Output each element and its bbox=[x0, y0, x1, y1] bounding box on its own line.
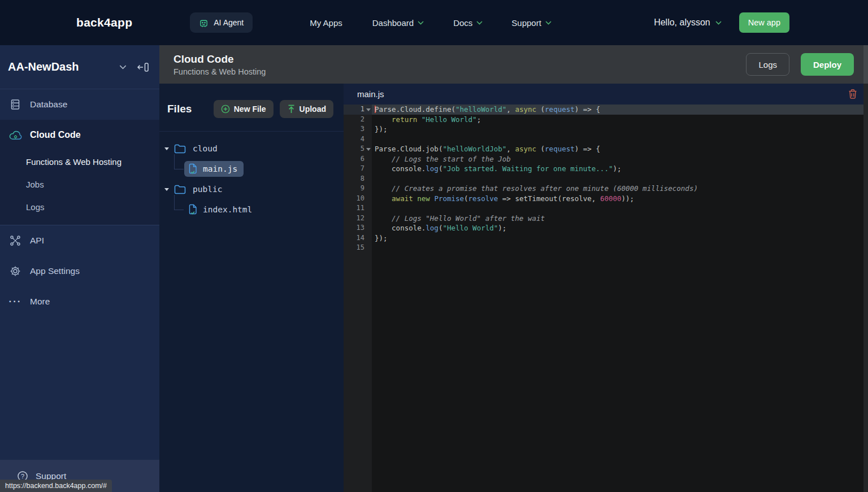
sidebar-item-more[interactable]: ··· More bbox=[0, 286, 159, 317]
line-number[interactable]: 3 bbox=[344, 124, 372, 134]
chevron-down-icon bbox=[476, 21, 483, 25]
sidebar-item-api[interactable]: API bbox=[0, 225, 159, 256]
trash-icon[interactable] bbox=[848, 89, 857, 99]
selected-file[interactable]: main.js bbox=[184, 161, 244, 177]
sidebar-subitem-logs[interactable]: Logs bbox=[0, 195, 159, 218]
open-file-name: main.js bbox=[357, 89, 384, 99]
code-lines[interactable]: 1Parse.Cloud.define("helloWorld", async … bbox=[344, 105, 868, 492]
nav-dashboard[interactable]: Dashboard bbox=[372, 18, 424, 28]
files-header: Files New File bbox=[159, 84, 344, 132]
line-number[interactable]: 10 bbox=[344, 194, 372, 204]
line-number[interactable]: 13 bbox=[344, 223, 372, 233]
editor-tabbar: main.js bbox=[344, 84, 868, 105]
database-icon bbox=[8, 99, 22, 110]
fold-icon[interactable] bbox=[366, 148, 371, 151]
chevron-down-icon[interactable] bbox=[119, 65, 127, 69]
chevron-down-icon bbox=[545, 21, 552, 25]
scrollbar-track[interactable] bbox=[863, 45, 868, 84]
api-icon bbox=[8, 235, 22, 246]
logs-button[interactable]: Logs bbox=[746, 53, 789, 76]
tree-folder-public[interactable]: public bbox=[159, 179, 344, 199]
ai-agent-button[interactable]: AI Agent bbox=[190, 12, 253, 33]
page-subtitle: Functions & Web Hosting bbox=[173, 67, 266, 76]
code-line[interactable]: 14}); bbox=[344, 233, 868, 243]
expand-arrow-icon[interactable] bbox=[164, 188, 169, 191]
line-number[interactable]: 8 bbox=[344, 174, 372, 184]
app-selector[interactable]: AA-NewDash bbox=[0, 45, 159, 89]
gear-icon bbox=[8, 265, 22, 277]
sidebar-item-cloud-code[interactable]: Cloud Code bbox=[0, 120, 159, 150]
main-area: Cloud Code Functions & Web Hosting Logs … bbox=[159, 45, 868, 492]
chevron-down-icon bbox=[715, 21, 722, 25]
code-line[interactable]: 10await new Promise(resolve => setTimeou… bbox=[344, 194, 868, 204]
line-number[interactable]: 2 bbox=[344, 115, 372, 125]
chevron-down-icon bbox=[418, 21, 424, 25]
cloud-code-section: Cloud Code Functions & Web Hosting Jobs … bbox=[0, 120, 159, 225]
code-line[interactable]: 8 bbox=[344, 174, 868, 184]
code-line[interactable]: 13console.log("Hello World"); bbox=[344, 223, 868, 233]
page-header: Cloud Code Functions & Web Hosting Logs … bbox=[159, 45, 868, 84]
code-line[interactable]: 6// Logs the start of the Job bbox=[344, 154, 868, 164]
line-number[interactable]: 1 bbox=[344, 105, 372, 115]
sidebar-item-database[interactable]: Database bbox=[0, 89, 159, 120]
app-window: back4app AI Agent My Apps Dashboard bbox=[0, 0, 868, 492]
code-line[interactable]: 5Parse.Cloud.job("helloWorldJob", async … bbox=[344, 144, 868, 154]
line-number[interactable]: 12 bbox=[344, 214, 372, 224]
code-line[interactable]: 11 bbox=[344, 203, 868, 214]
code-line[interactable]: 2return "Hello World"; bbox=[344, 115, 868, 125]
robot-icon bbox=[199, 18, 209, 28]
tree-folder-cloud[interactable]: cloud bbox=[159, 138, 344, 159]
nav-docs[interactable]: Docs bbox=[453, 18, 483, 28]
line-number[interactable]: 5 bbox=[344, 144, 372, 154]
nav-my-apps[interactable]: My Apps bbox=[310, 18, 342, 28]
code-line[interactable]: 15 bbox=[344, 243, 868, 253]
upload-button[interactable]: Upload bbox=[280, 100, 333, 118]
file-check-icon bbox=[188, 204, 198, 215]
fold-icon[interactable] bbox=[366, 108, 371, 111]
logo[interactable]: back4app bbox=[76, 16, 132, 29]
sidebar-item-app-settings[interactable]: App Settings bbox=[0, 256, 159, 286]
line-number[interactable]: 11 bbox=[344, 203, 372, 214]
app-name: AA-NewDash bbox=[8, 60, 119, 73]
files-panel: Files New File bbox=[159, 84, 344, 492]
cloud-code-icon bbox=[8, 130, 22, 141]
folder-icon bbox=[174, 185, 186, 194]
upload-arrow-icon bbox=[287, 105, 296, 114]
files-title: Files bbox=[167, 103, 192, 115]
line-number[interactable]: 6 bbox=[344, 154, 372, 164]
scrollbar-track[interactable] bbox=[863, 84, 868, 492]
code-line[interactable]: 3}); bbox=[344, 124, 868, 134]
greeting: Hello, alysson bbox=[654, 18, 710, 28]
code-line[interactable]: 4 bbox=[344, 134, 868, 145]
expand-arrow-icon[interactable] bbox=[164, 147, 169, 150]
line-number[interactable]: 9 bbox=[344, 184, 372, 194]
plus-circle-icon bbox=[221, 105, 230, 114]
ai-agent-label: AI Agent bbox=[214, 18, 244, 27]
code-editor: main.js 1Parse.Cloud.define("helloWorld"… bbox=[344, 84, 868, 492]
user-menu[interactable]: Hello, alysson bbox=[654, 18, 722, 28]
top-navbar: back4app AI Agent My Apps Dashboard bbox=[0, 0, 868, 45]
line-number[interactable]: 7 bbox=[344, 164, 372, 174]
page-title: Cloud Code bbox=[173, 53, 266, 66]
ellipsis-icon: ··· bbox=[8, 299, 22, 304]
new-file-button[interactable]: New File bbox=[214, 100, 274, 118]
tree-file-index-html[interactable]: index.html bbox=[159, 199, 344, 220]
code-line[interactable]: 1Parse.Cloud.define("helloWorld", async … bbox=[344, 105, 868, 115]
deploy-button[interactable]: Deploy bbox=[801, 53, 854, 76]
file-tree: cloud ma bbox=[159, 132, 344, 220]
line-number[interactable]: 15 bbox=[344, 243, 372, 253]
code-line[interactable]: 7console.log("Job started. Waiting for o… bbox=[344, 164, 868, 174]
nav-support[interactable]: Support bbox=[511, 18, 552, 28]
code-line[interactable]: 12// Logs "Hello World" after the wait bbox=[344, 214, 868, 224]
folder-icon bbox=[174, 144, 186, 154]
sidebar-subitem-functions-web-hosting[interactable]: Functions & Web Hosting bbox=[0, 150, 159, 173]
line-number[interactable]: 14 bbox=[344, 233, 372, 243]
tree-file-main-js[interactable]: main.js bbox=[159, 159, 344, 179]
code-line[interactable]: 9// Creates a promise that resolves afte… bbox=[344, 184, 868, 194]
new-app-button[interactable]: New app bbox=[739, 12, 789, 33]
sidebar-subitem-jobs[interactable]: Jobs bbox=[0, 173, 159, 195]
link-status-tooltip: https://backend.back4app.com/# bbox=[0, 480, 112, 492]
collapse-sidebar-icon[interactable] bbox=[136, 62, 149, 72]
sidebar: AA-NewDash bbox=[0, 45, 159, 492]
line-number[interactable]: 4 bbox=[344, 134, 372, 145]
